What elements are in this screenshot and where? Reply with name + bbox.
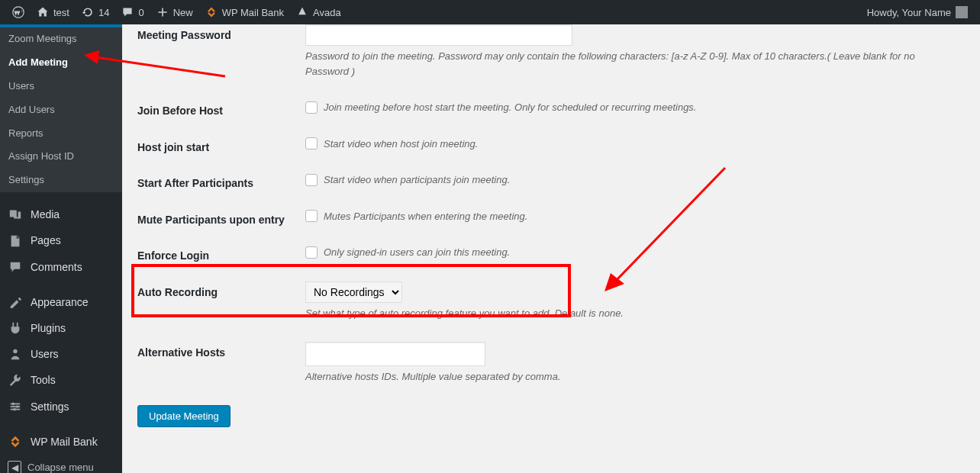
menu-wp-mail-bank-label: WP Mail Bank — [31, 435, 98, 449]
menu-plugins-label: Plugins — [31, 321, 66, 335]
menu-users-label: Users — [31, 347, 59, 361]
updates[interactable]: 14 — [76, 0, 115, 24]
submenu-add-meeting[interactable]: Add Meeting — [0, 51, 122, 75]
svg-point-7 — [13, 407, 16, 410]
enforce-login-desc: Only signed-in users can join this meeti… — [324, 245, 510, 260]
svg-point-1 — [13, 349, 17, 353]
auto-recording-desc: Set what type of auto recording feature … — [305, 306, 965, 321]
menu-comments[interactable]: Comments — [0, 254, 122, 280]
menu-pages-label: Pages — [31, 233, 61, 247]
collapse-label: Collapse menu — [27, 462, 94, 473]
start-after-checkbox[interactable] — [305, 174, 318, 186]
comments-count: 0 — [138, 7, 143, 18]
auto-recording-select[interactable]: No Recordings — [305, 282, 402, 303]
howdy-text: Howdy, Your Name — [867, 7, 951, 18]
home-icon — [37, 6, 49, 18]
submenu-add-users[interactable]: Add Users — [0, 98, 122, 122]
start-after-label: Start After Participants — [137, 172, 305, 189]
alt-hosts-label: Alternative Hosts — [137, 342, 305, 359]
comment-bubble-icon — [121, 6, 134, 18]
menu-users[interactable]: Users — [0, 341, 122, 367]
updates-count: 14 — [98, 7, 109, 18]
host-join-desc: Start video when host join meeting. — [324, 137, 478, 152]
avada-top[interactable]: Avada — [290, 0, 347, 24]
wp-mail-bank-top[interactable]: WP Mail Bank — [199, 0, 290, 24]
join-before-checkbox[interactable] — [305, 101, 318, 114]
my-account[interactable]: Howdy, Your Name — [861, 0, 974, 24]
pages-icon — [8, 234, 23, 248]
mail-bank-menu-icon — [8, 435, 23, 449]
plus-icon — [156, 6, 169, 18]
submenu-settings[interactable]: Settings — [0, 169, 122, 192]
mute-label: Mute Participants upon entry — [137, 209, 305, 226]
wp-logo[interactable] — [6, 0, 31, 24]
mute-checkbox[interactable] — [305, 210, 318, 222]
enforce-login-label: Enforce Login — [137, 245, 305, 262]
enforce-login-checkbox[interactable] — [305, 246, 318, 259]
menu-settings[interactable]: Settings — [0, 394, 122, 420]
update-meeting-button[interactable]: Update Meeting — [137, 405, 230, 427]
submenu-users[interactable]: Users — [0, 75, 122, 98]
menu-appearance-label: Appearance — [31, 295, 89, 309]
admin-bar: test 14 0 New WP Mail Bank Avada Howdy, … — [0, 0, 980, 24]
mute-desc: Mutes Participants when entering the mee… — [324, 209, 527, 224]
meeting-password-desc: Password to join the meeting. Password m… — [305, 49, 954, 79]
submenu-reports[interactable]: Reports — [0, 122, 122, 146]
users-icon — [8, 347, 23, 361]
tools-icon — [8, 373, 23, 387]
menu-appearance[interactable]: Appearance — [0, 289, 122, 315]
avada-label: Avada — [313, 7, 341, 18]
join-before-desc: Join meeting before host start the meeti… — [324, 100, 696, 115]
appearance-icon — [8, 295, 23, 309]
menu-plugins[interactable]: Plugins — [0, 315, 122, 341]
menu-media-label: Media — [31, 208, 60, 221]
avatar-icon — [956, 6, 968, 18]
auto-recording-label: Auto Recording — [137, 282, 305, 298]
host-join-checkbox[interactable] — [305, 137, 318, 150]
svg-point-5 — [12, 402, 15, 405]
wordpress-icon — [12, 6, 24, 18]
wp-mail-bank-label: WP Mail Bank — [222, 7, 284, 18]
collapse-menu[interactable]: ◀ Collapse menu — [0, 455, 122, 473]
menu-comments-label: Comments — [31, 260, 82, 274]
alt-hosts-desc: Alternative hosts IDs. Multiple value se… — [305, 369, 965, 385]
alt-hosts-input[interactable] — [305, 342, 485, 366]
start-after-desc: Start video when participants join meeti… — [324, 172, 510, 188]
submenu-zoom-meetings[interactable]: Zoom Meetings — [0, 27, 122, 51]
site-title: test — [53, 7, 69, 18]
update-icon — [82, 6, 94, 18]
submenu-assign-host[interactable]: Assign Host ID — [0, 145, 122, 169]
collapse-icon: ◀ — [8, 461, 21, 473]
menu-pages[interactable]: Pages — [0, 227, 122, 253]
avada-icon — [296, 6, 308, 18]
comments-icon — [8, 260, 23, 274]
admin-sidebar: Zoom Meetings Add Meeting Users Add User… — [0, 24, 122, 473]
admin-bar-right: Howdy, Your Name — [861, 0, 974, 24]
menu-tools-label: Tools — [31, 373, 56, 387]
comments[interactable]: 0 — [115, 0, 150, 24]
settings-icon — [8, 400, 23, 413]
mail-bank-icon — [205, 6, 218, 18]
menu-tools[interactable]: Tools — [0, 367, 122, 393]
new-content[interactable]: New — [150, 0, 199, 24]
content-area: Meeting Password Password to join the me… — [122, 24, 980, 473]
menu-media[interactable]: Media — [0, 201, 122, 227]
plugins-icon — [8, 321, 23, 335]
menu-wp-mail-bank[interactable]: WP Mail Bank — [0, 429, 122, 455]
admin-bar-left: test 14 0 New WP Mail Bank Avada — [6, 0, 347, 24]
menu-settings-label: Settings — [31, 400, 69, 413]
join-before-label: Join Before Host — [137, 100, 305, 117]
svg-point-6 — [16, 405, 19, 408]
site-name[interactable]: test — [31, 0, 76, 24]
meeting-password-input[interactable] — [305, 24, 572, 46]
new-label: New — [173, 7, 193, 18]
media-icon — [8, 208, 23, 221]
meeting-password-label: Meeting Password — [137, 24, 305, 41]
host-join-label: Host join start — [137, 137, 305, 153]
